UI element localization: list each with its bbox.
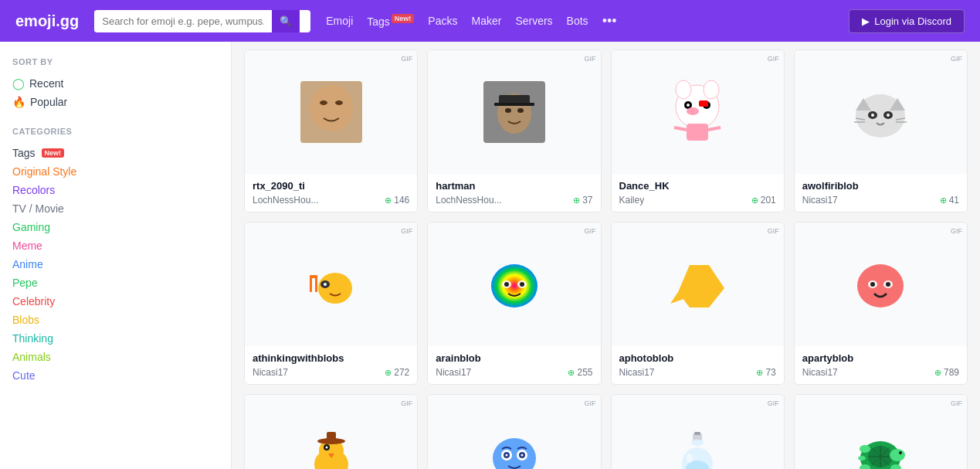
original-style-label: Original Style <box>12 165 76 178</box>
main-content: GIF rtx_2090_ti LochNessHou... ⊕ <box>232 42 980 469</box>
logo[interactable]: emoji.gg <box>15 12 79 30</box>
card-author: Nicasi17 <box>253 367 288 378</box>
emoji-grid: GIF rtx_2090_ti LochNessHou... ⊕ <box>244 49 968 469</box>
emoji-card[interactable]: GIF <box>794 49 968 212</box>
emoji-image <box>849 253 911 315</box>
card-author: Nicasi17 <box>802 367 838 378</box>
sidebar-item-animals[interactable]: Animals <box>12 348 219 366</box>
gif-badge: GIF <box>585 227 596 235</box>
card-preview: GIF <box>428 50 600 174</box>
meme-label: Meme <box>12 240 42 252</box>
sidebar-item-original-style[interactable]: Original Style <box>12 162 219 181</box>
card-meta: Nicasi17 ⊕ 73 <box>619 367 776 378</box>
sidebar-item-tv-movie[interactable]: TV / Movie <box>12 199 219 218</box>
emoji-card[interactable]: GIF rtx_2090_ti LochNessHou... ⊕ <box>244 49 418 212</box>
card-title: rtx_2090_ti <box>253 180 409 192</box>
sidebar-item-gaming[interactable]: Gaming <box>12 218 219 236</box>
sidebar-item-anime[interactable]: Anime <box>12 255 219 274</box>
sort-recent-label: Recent <box>29 77 63 90</box>
card-author: Kailey <box>619 195 645 206</box>
card-info: rtx_2090_ti LochNessHou... ⊕ 146 <box>245 174 417 212</box>
nav-bots[interactable]: Bots <box>567 15 588 27</box>
count-icon: ⊕ <box>934 368 941 378</box>
card-preview: GIF <box>795 223 967 346</box>
svg-point-3 <box>335 100 343 105</box>
svg-point-50 <box>886 282 890 287</box>
sidebar-item-cute[interactable]: Cute <box>12 366 219 385</box>
count-icon: ⊕ <box>568 368 575 378</box>
popular-icon: 🔥 <box>12 96 25 108</box>
login-button[interactable]: ▶ Login via Discord <box>849 9 965 33</box>
emoji-card[interactable]: GIF <box>611 49 785 212</box>
emoji-card[interactable]: GIF <box>427 222 601 385</box>
emoji-image <box>666 253 728 315</box>
nav-tags[interactable]: TagsNew! <box>367 15 414 28</box>
emoji-image <box>300 426 362 469</box>
nav-emoji[interactable]: Emoji <box>326 15 353 27</box>
sidebar-item-celebrity[interactable]: Celebrity <box>12 292 219 311</box>
card-count: ⊕ 73 <box>756 367 775 378</box>
sort-popular[interactable]: 🔥 Popular <box>12 93 219 111</box>
nav-packs[interactable]: Packs <box>428 15 457 27</box>
svg-point-1 <box>310 85 353 131</box>
emoji-image <box>300 81 362 143</box>
svg-point-15 <box>687 104 690 107</box>
nav-servers[interactable]: Servers <box>515 15 552 27</box>
svg-point-28 <box>887 114 890 117</box>
sidebar-item-pepe[interactable]: Pepe <box>12 274 219 292</box>
sidebar-item-meme[interactable]: Meme <box>12 236 219 255</box>
emoji-card[interactable]: GIF aphotoblob Nicasi17 ⊕ 73 <box>611 222 785 385</box>
emoji-card[interactable]: GIF emoji9 <box>244 394 418 469</box>
emoji-card[interactable]: GIF athinkingwithblobs <box>244 222 418 385</box>
more-options-icon[interactable]: ••• <box>602 13 617 29</box>
celebrity-label: Celebrity <box>12 295 55 308</box>
gif-badge: GIF <box>401 55 412 63</box>
card-count: ⊕ 41 <box>940 195 959 206</box>
card-preview: GIF <box>612 395 784 469</box>
svg-point-64 <box>521 454 523 457</box>
nav-maker[interactable]: Maker <box>471 15 501 27</box>
emoji-card[interactable]: GIF emo <box>427 394 601 469</box>
svg-point-82 <box>858 456 866 461</box>
count-value: 255 <box>577 367 592 378</box>
svg-point-78 <box>899 451 902 454</box>
emoji-card[interactable]: GIF emoji11 <box>611 394 785 469</box>
card-title: arainblob <box>436 352 592 364</box>
card-preview: GIF <box>795 50 967 174</box>
svg-rect-7 <box>494 103 534 106</box>
card-title: hartman <box>436 180 592 192</box>
emoji-image <box>849 81 911 143</box>
emoji-card[interactable]: GIF apartyblob Nicasi17 <box>794 222 968 385</box>
svg-point-49 <box>870 282 875 287</box>
search-icon: 🔍 <box>280 15 292 27</box>
sidebar-item-blobs[interactable]: Blobs <box>12 311 219 329</box>
search-button[interactable]: 🔍 <box>272 10 300 32</box>
sidebar-item-thinking[interactable]: Thinking <box>12 329 219 348</box>
card-meta: Nicasi17 ⊕ 255 <box>436 367 592 378</box>
tags-label: Tags <box>12 147 36 159</box>
emoji-card[interactable]: GIF hartman LochNessHou... <box>427 49 601 212</box>
card-meta: LochNessHou... ⊕ 146 <box>253 195 409 206</box>
svg-rect-18 <box>699 100 708 107</box>
emoji-card[interactable]: GIF <box>794 394 968 469</box>
gif-badge: GIF <box>585 399 596 407</box>
header: emoji.gg 🔍 Emoji TagsNew! Packs Maker Se… <box>0 0 980 42</box>
gif-badge: GIF <box>951 399 962 407</box>
card-meta: Nicasi17 ⊕ 789 <box>802 367 959 378</box>
page-body: SORT BY ◯ Recent 🔥 Popular CATEGORIES Ta… <box>0 42 980 469</box>
svg-point-8 <box>505 108 511 113</box>
count-value: 789 <box>944 367 959 378</box>
sidebar-item-tags[interactable]: Tags New! <box>12 144 219 162</box>
sidebar-item-recolors[interactable]: Recolors <box>12 181 219 199</box>
emoji-image <box>483 426 545 469</box>
search-input[interactable] <box>94 11 272 32</box>
card-info: athinkingwithblobs Nicasi17 ⊕ 272 <box>245 346 417 384</box>
card-info: Dance_HK Kailey ⊕ 201 <box>612 174 784 212</box>
svg-point-11 <box>676 80 691 99</box>
emoji-image <box>483 81 545 143</box>
card-preview: GIF <box>428 223 600 346</box>
svg-point-27 <box>871 114 874 117</box>
card-info: awolfiriblob Nicasi17 ⊕ 41 <box>795 174 967 212</box>
tv-movie-label: TV / Movie <box>12 202 64 215</box>
sort-recent[interactable]: ◯ Recent <box>12 74 219 93</box>
